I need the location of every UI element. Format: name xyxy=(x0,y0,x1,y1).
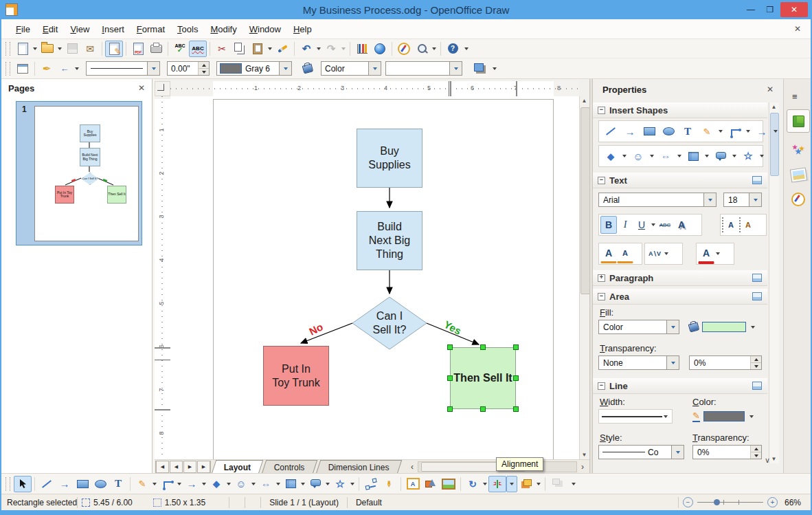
insert-chart-button[interactable] xyxy=(353,41,371,57)
symbol-shapes-dropdown-icon[interactable] xyxy=(251,483,256,485)
text-tool-button[interactable]: T xyxy=(109,476,127,492)
curve-dropdown-icon[interactable] xyxy=(719,130,723,133)
selection-handle-ne[interactable] xyxy=(513,344,519,350)
basic-shapes-dropdown-icon[interactable] xyxy=(227,483,231,485)
strikethrough-button[interactable]: ABC xyxy=(657,216,673,234)
area-fill-type-dropdown[interactable] xyxy=(368,62,381,75)
line-width-select[interactable] xyxy=(598,409,673,424)
flowchart-node-put-in-toy-trunk[interactable]: Put In Toy Trunk xyxy=(263,346,329,406)
arrow-tool-button[interactable]: → xyxy=(56,476,74,492)
help-button[interactable]: ? xyxy=(444,41,462,57)
zoom-dropdown-icon[interactable] xyxy=(432,47,436,50)
close-button[interactable]: ✕ xyxy=(780,2,808,17)
connector-dropdown-icon[interactable] xyxy=(746,130,750,133)
block-arrows-dropdown-icon[interactable] xyxy=(276,483,280,485)
star-dropdown-icon[interactable] xyxy=(760,155,764,157)
flowchart-dropdown-icon[interactable] xyxy=(705,155,709,157)
menu-file[interactable]: File xyxy=(10,21,36,37)
connector-tool-button[interactable] xyxy=(158,476,176,492)
rotate-dropdown-icon[interactable] xyxy=(483,483,487,485)
print-button[interactable] xyxy=(147,41,165,57)
properties-scroll-down-icon[interactable]: ▼ xyxy=(769,454,778,463)
hscroll-right-icon[interactable]: › xyxy=(581,462,584,472)
drawing-canvas[interactable]: Buy Supplies Build Next Big Thing Can I … xyxy=(170,96,579,459)
menu-format[interactable]: Format xyxy=(131,21,171,37)
tab-dimension-lines[interactable]: Dimension Lines xyxy=(316,460,402,474)
area-fill-color-dropdown[interactable] xyxy=(449,62,462,75)
symbol-shapes-button[interactable]: ☺ xyxy=(629,148,647,164)
decrease-font-button[interactable]: A xyxy=(617,244,633,263)
sidebar-tab-properties[interactable] xyxy=(787,109,810,133)
basic-shapes-dropdown-icon[interactable] xyxy=(622,155,627,157)
curve-dropdown-icon[interactable] xyxy=(153,483,157,485)
lines-arrows-dropdown-icon[interactable] xyxy=(202,483,206,485)
area-fill-type-select[interactable]: Color xyxy=(321,61,381,76)
next-layer-icon[interactable]: ▶ xyxy=(183,461,196,473)
connector-dropdown-icon[interactable] xyxy=(177,483,181,485)
basic-shapes-button[interactable]: ◆ xyxy=(207,476,225,492)
selection-handle-sw[interactable] xyxy=(447,406,453,412)
toolbar-overflow-icon[interactable] xyxy=(464,47,469,50)
collapse-icon[interactable]: − xyxy=(598,177,605,184)
selection-handle-w[interactable] xyxy=(447,375,453,381)
open-dropdown-icon[interactable] xyxy=(58,47,62,50)
collapse-icon[interactable]: − xyxy=(598,382,605,390)
line-tool-button[interactable] xyxy=(38,476,56,492)
undo-dropdown-icon[interactable] xyxy=(317,47,321,50)
callout-dropdown-icon[interactable] xyxy=(732,155,736,157)
transparency-type-select[interactable]: None xyxy=(598,355,679,370)
callout-dropdown-icon[interactable] xyxy=(326,483,330,485)
text-shadow-button[interactable]: A xyxy=(673,216,690,234)
pages-panel-close-icon[interactable]: ✕ xyxy=(138,83,145,93)
menu-tools[interactable]: Tools xyxy=(171,21,204,37)
page-style[interactable]: Default xyxy=(356,498,382,507)
transparency-down[interactable] xyxy=(751,363,761,369)
open-button[interactable] xyxy=(38,41,56,57)
decrease-spacing-button[interactable]: A xyxy=(739,216,756,234)
selection-handle-s[interactable] xyxy=(480,406,486,412)
format-paintbrush-button[interactable] xyxy=(273,41,291,57)
menu-help[interactable]: Help xyxy=(287,21,318,37)
italic-button[interactable]: I xyxy=(617,216,633,234)
close-document-icon[interactable]: ✕ xyxy=(794,24,801,34)
email-button[interactable]: ✉ xyxy=(81,41,99,57)
insert-from-file-button[interactable] xyxy=(422,476,440,492)
new-document-button[interactable] xyxy=(14,41,32,57)
line-width-dropdown-icon[interactable] xyxy=(664,415,668,418)
paragraph-section-header[interactable]: + Paragraph xyxy=(593,270,767,286)
selection-handle-n[interactable] xyxy=(480,344,486,350)
paste-button[interactable] xyxy=(249,41,267,57)
menu-edit[interactable]: Edit xyxy=(36,21,64,37)
lines-arrows-button[interactable]: → xyxy=(183,476,201,492)
panel-more-chevron-icon[interactable]: ∨ xyxy=(765,456,770,465)
select-tool-button[interactable] xyxy=(14,476,32,492)
symbol-shapes-button[interactable]: ☺ xyxy=(232,476,250,492)
toolbar-overflow-icon[interactable] xyxy=(493,67,497,70)
block-arrows-button[interactable]: ⇔ xyxy=(257,476,275,492)
undo-button[interactable]: ↶ xyxy=(297,41,315,57)
line-color-control[interactable]: ✎ xyxy=(692,409,755,424)
line-transparency-up[interactable] xyxy=(751,446,761,452)
zoom-slider[interactable] xyxy=(697,498,763,507)
flowchart-node-buy-supplies[interactable]: Buy Supplies xyxy=(357,129,422,188)
line-width-up[interactable] xyxy=(199,62,209,69)
line-style-dropdown[interactable] xyxy=(671,446,684,459)
fill-type-dropdown[interactable] xyxy=(666,320,679,333)
vertical-scroll-thumb[interactable] xyxy=(580,107,590,294)
scroll-up-icon[interactable]: ▲ xyxy=(580,96,589,105)
fontwork-button[interactable]: A xyxy=(404,476,422,492)
fill-color-dropdown-icon[interactable] xyxy=(751,326,755,329)
increase-font-button[interactable]: A xyxy=(600,244,617,263)
transparency-spinner[interactable]: 0% xyxy=(689,355,762,370)
insert-text-button[interactable]: T xyxy=(679,123,697,140)
menu-window[interactable]: Window xyxy=(243,21,287,37)
toolbar-grip[interactable] xyxy=(5,42,10,56)
font-color-dropdown-icon[interactable] xyxy=(716,252,720,255)
fill-color-swatch[interactable] xyxy=(702,322,746,332)
hscroll-left-icon[interactable]: ‹ xyxy=(411,462,414,472)
block-arrows-dropdown-icon[interactable] xyxy=(677,155,681,157)
line-transparency-spinner[interactable]: 0% xyxy=(692,445,762,459)
selection-handle-e[interactable] xyxy=(513,375,519,381)
symbol-shapes-dropdown-icon[interactable] xyxy=(650,155,654,157)
font-size-dropdown[interactable] xyxy=(749,193,761,206)
